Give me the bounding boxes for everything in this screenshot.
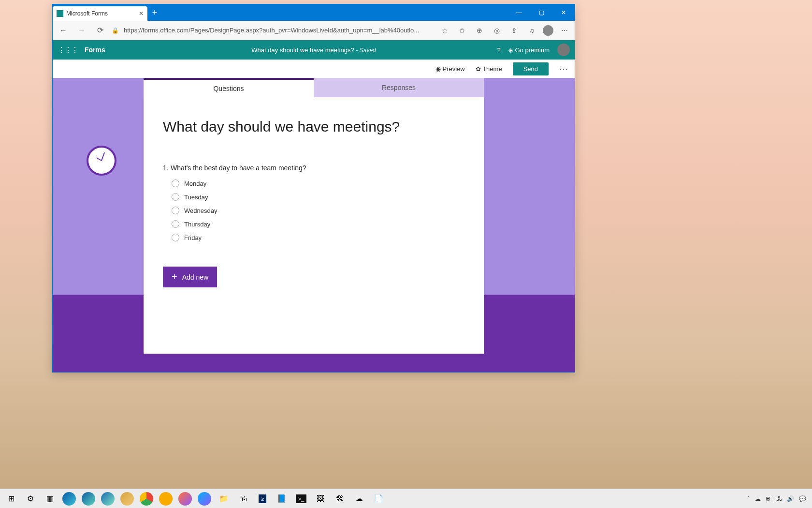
powershell-icon[interactable]: ≥ — [254, 491, 271, 507]
question-number: 1. — [163, 164, 171, 172]
system-tray: ˄ ☁ ⛨ 🖧 🔊 💬 — [747, 495, 809, 502]
firefox-icon[interactable] — [177, 491, 193, 507]
eye-icon: ◉ — [435, 65, 441, 73]
option-label: Thursday — [184, 221, 210, 228]
settings-icon[interactable]: ⚙ — [22, 491, 39, 507]
task-view-icon[interactable]: ▥ — [42, 491, 58, 507]
favorites-bar-icon[interactable]: ✩ — [456, 27, 468, 34]
chrome-icon[interactable] — [138, 491, 155, 507]
form-title[interactable]: What day should we have meetings? — [163, 119, 464, 135]
product-name: Forms — [85, 46, 105, 54]
url-text[interactable]: https://forms.office.com/Pages/DesignPag… — [124, 27, 434, 34]
close-button[interactable]: ✕ — [552, 4, 575, 21]
titlebar: Microsoft Forms ✕ + — ▢ ✕ — [53, 4, 575, 21]
app-launcher-icon[interactable]: ⋮⋮⋮ — [58, 45, 78, 55]
back-button[interactable]: ← — [57, 26, 70, 35]
radio-icon — [172, 193, 179, 201]
refresh-button[interactable]: ⟳ — [93, 26, 107, 35]
read-aloud-icon[interactable]: ♫ — [525, 27, 538, 34]
control-panel-icon[interactable]: 🛠 — [332, 491, 348, 507]
tray-volume-icon[interactable]: 🔊 — [787, 495, 794, 502]
document-title: What day should we have meetings? - Save… — [251, 46, 376, 54]
tray-chevron-icon[interactable]: ˄ — [747, 495, 750, 502]
onedrive-icon[interactable]: ☁ — [351, 491, 367, 507]
plus-icon: + — [172, 271, 177, 283]
tray-network-icon[interactable]: 🖧 — [776, 495, 782, 502]
go-premium-link[interactable]: ◈ Go premium — [508, 46, 550, 54]
forward-button[interactable]: → — [75, 26, 88, 35]
add-new-button[interactable]: + Add new — [163, 267, 217, 287]
tab-responses[interactable]: Responses — [314, 78, 484, 97]
tray-notifications-icon[interactable]: 💬 — [799, 495, 806, 502]
option-row[interactable]: Monday — [172, 179, 464, 187]
help-icon[interactable]: ? — [497, 46, 501, 54]
options-list: Monday Tuesday Wednesday Thursday Friday — [172, 179, 464, 241]
preview-label: Preview — [443, 65, 465, 73]
tray-cloud-icon[interactable]: ☁ — [755, 495, 761, 502]
maximize-button[interactable]: ▢ — [530, 4, 552, 21]
send-button[interactable]: Send — [513, 62, 549, 75]
edge-dev-icon[interactable] — [100, 491, 116, 507]
tab-questions[interactable]: Questions — [144, 78, 314, 97]
tab-title: Microsoft Forms — [66, 10, 108, 17]
option-row[interactable]: Friday — [172, 234, 464, 241]
edge-canary-icon[interactable] — [119, 491, 135, 507]
palette-icon: ✿ — [476, 65, 481, 73]
profile-avatar[interactable] — [543, 25, 553, 36]
radio-icon — [172, 207, 179, 214]
form-canvas: Questions Responses What day should we h… — [53, 78, 575, 372]
tray-security-icon[interactable]: ⛨ — [766, 495, 771, 502]
extension-icon[interactable]: ◎ — [491, 27, 503, 34]
radio-icon — [172, 179, 179, 187]
radio-icon — [172, 234, 179, 241]
theme-button[interactable]: ✿ Theme — [476, 65, 502, 73]
option-label: Friday — [184, 234, 202, 241]
firefox-dev-icon[interactable] — [196, 491, 213, 507]
preview-button[interactable]: ◉ Preview — [435, 65, 465, 73]
tab-close-icon[interactable]: ✕ — [139, 10, 144, 17]
form-wrapper: Questions Responses What day should we h… — [144, 78, 484, 354]
option-row[interactable]: Tuesday — [172, 193, 464, 201]
notepad-icon[interactable]: 📄 — [370, 491, 387, 507]
start-button[interactable]: ⊞ — [3, 491, 19, 507]
option-row[interactable]: Wednesday — [172, 207, 464, 214]
add-new-label: Add new — [182, 273, 208, 281]
option-label: Tuesday — [184, 194, 208, 201]
question-1[interactable]: 1.What's the best day to have a team mee… — [163, 164, 464, 172]
minimize-button[interactable]: — — [508, 4, 530, 21]
edge-icon[interactable] — [61, 491, 77, 507]
saved-indicator: - Saved — [356, 47, 376, 54]
window-controls: — ▢ ✕ — [508, 4, 575, 21]
browser-menu-icon[interactable]: ⋯ — [558, 27, 571, 34]
lock-icon: 🔒 — [112, 27, 119, 34]
radio-icon — [172, 220, 179, 228]
app-icon[interactable]: 📘 — [274, 491, 290, 507]
edge-beta-icon[interactable] — [80, 491, 97, 507]
photos-icon[interactable]: 🖼 — [312, 491, 329, 507]
store-icon[interactable]: 🛍 — [235, 491, 251, 507]
diamond-icon: ◈ — [508, 46, 513, 54]
app-header: ⋮⋮⋮ Forms What day should we have meetin… — [53, 40, 575, 60]
taskbar: ⊞ ⚙ ▥ 📁 🛍 ≥ 📘 >_ 🖼 🛠 ☁ 📄 ˄ ☁ ⛨ 🖧 🔊 💬 — [0, 489, 812, 508]
browser-tab[interactable]: Microsoft Forms ✕ — [53, 6, 147, 21]
address-bar: ← → ⟳ 🔒 https://forms.office.com/Pages/D… — [53, 21, 575, 40]
terminal-icon[interactable]: >_ — [293, 491, 309, 507]
share-icon[interactable]: ⇪ — [508, 27, 521, 34]
doc-title-text: What day should we have meetings? — [251, 46, 354, 54]
clock-illustration — [87, 146, 116, 176]
file-explorer-icon[interactable]: 📁 — [216, 491, 232, 507]
forms-toolbar: ◉ Preview ✿ Theme Send ⋯ — [53, 60, 575, 78]
new-tab-button[interactable]: + — [147, 4, 162, 21]
browser-window: Microsoft Forms ✕ + — ▢ ✕ ← → ⟳ 🔒 https:… — [52, 4, 575, 373]
option-label: Monday — [184, 180, 206, 187]
option-row[interactable]: Thursday — [172, 220, 464, 228]
option-label: Wednesday — [184, 207, 217, 214]
tab-favicon — [57, 10, 63, 17]
theme-label: Theme — [482, 65, 502, 73]
user-avatar[interactable] — [557, 44, 570, 56]
favorite-icon[interactable]: ☆ — [438, 27, 451, 34]
chrome-canary-icon[interactable] — [158, 491, 174, 507]
more-options-icon[interactable]: ⋯ — [559, 63, 568, 74]
collections-icon[interactable]: ⊕ — [473, 27, 486, 34]
form-tabs: Questions Responses — [144, 78, 484, 97]
